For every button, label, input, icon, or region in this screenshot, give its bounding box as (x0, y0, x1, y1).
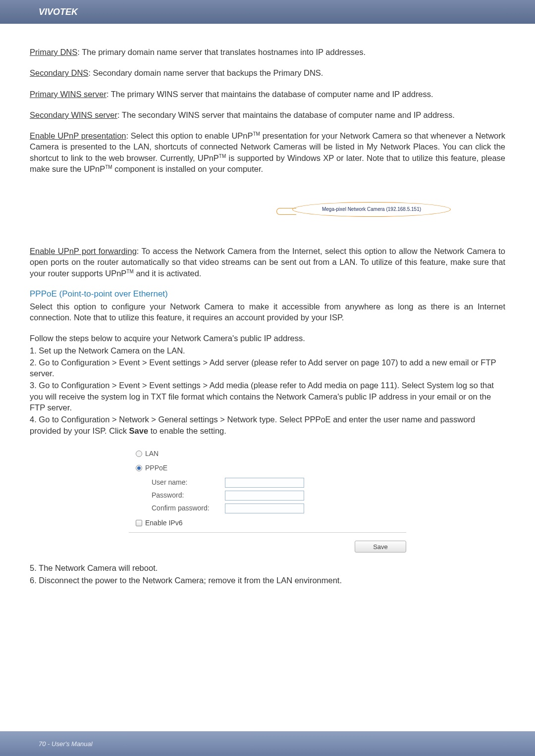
text: : The primary domain name server that tr… (77, 48, 366, 56)
step-6: 6. Disconnect the power to the Network C… (30, 575, 505, 586)
field-password-row: Password: (136, 491, 399, 501)
term-secondary-dns: Secondary DNS (30, 68, 88, 77)
text: 3. Go to Configuration > Event > Event s… (30, 381, 494, 412)
tm-mark: TM (126, 268, 133, 274)
confirm-label: Confirm password: (136, 504, 225, 513)
step-1: 1. Set up the Network Camera on the LAN. (30, 345, 505, 356)
text: : The primary WINS server that maintains… (107, 90, 433, 99)
username-input[interactable] (225, 478, 304, 488)
header-bar: VIVOTEK (0, 0, 535, 24)
steps-intro: Follow the steps below to acquire your N… (30, 333, 505, 344)
paragraph-pppoe-intro: Select this option to configure your Net… (30, 301, 505, 323)
brand-text: VIVOTEK (39, 7, 78, 17)
radio-lan-row[interactable]: LAN (136, 449, 399, 458)
section-title-pppoe: PPPoE (Point-to-point over Ethernet) (30, 289, 505, 300)
term-primary-wins: Primary WINS server (30, 90, 107, 99)
checkbox-ipv6-row[interactable]: Enable IPv6 (136, 518, 399, 528)
radio-lan-label: LAN (145, 449, 159, 458)
tm-mark: TM (253, 131, 260, 137)
term-upnp-port-forwarding: Enable UPnP port forwarding (30, 247, 137, 255)
confirm-password-input[interactable] (225, 504, 304, 513)
paragraph-primary-dns: Primary DNS: The primary domain name ser… (30, 47, 505, 57)
text: to enable the setting. (148, 426, 226, 435)
paragraph-secondary-wins: Secondary WINS server: The secondary WIN… (30, 109, 505, 120)
paragraph-upnp-port-forwarding: Enable UPnP port forwarding: To access t… (30, 246, 505, 279)
paragraph-upnp-presentation: Enable UPnP presentation: Select this op… (30, 130, 505, 174)
radio-pppoe-label: PPPoE (145, 463, 167, 473)
callout-ellipse: Mega-pixel Network Camera (192.168.5.151… (292, 202, 451, 217)
text: and it is activated. (134, 269, 202, 278)
term-primary-dns: Primary DNS (30, 48, 77, 56)
field-confirm-row: Confirm password: (136, 504, 399, 513)
footer-bar: 70 - User's Manual (0, 731, 535, 756)
ipv6-label: Enable IPv6 (145, 518, 183, 528)
password-label: Password: (136, 491, 225, 500)
password-input[interactable] (225, 491, 304, 501)
term-upnp-presentation: Enable UPnP presentation (30, 131, 126, 140)
radio-pppoe-row[interactable]: PPPoE (136, 463, 399, 473)
radio-pppoe[interactable] (136, 465, 142, 471)
save-word: Save (129, 426, 149, 435)
step-2: 2. Go to Configuration > Event > Event s… (30, 357, 505, 379)
step-4: 4. Go to Configuration > Network > Gener… (30, 414, 505, 436)
paragraph-primary-wins: Primary WINS server: The primary WINS se… (30, 89, 505, 100)
footer-text: 70 - User's Manual (39, 740, 93, 748)
radio-lan[interactable] (136, 451, 142, 457)
step-5: 5. The Network Camera will reboot. (30, 562, 505, 573)
text: : Secondary domain name server that back… (88, 68, 323, 77)
tm-mark: TM (105, 164, 112, 169)
field-username-row: User name: (136, 478, 399, 488)
text: component is installed on your computer. (112, 164, 264, 173)
page-content: Primary DNS: The primary domain name ser… (0, 24, 535, 597)
save-button[interactable]: Save (355, 541, 406, 553)
tm-mark: TM (219, 153, 226, 158)
text: : The secondary WINS server that maintai… (117, 110, 455, 119)
text: : Select this option to enable UPnP (126, 131, 253, 140)
callout-text: Mega-pixel Network Camera (192.168.5.151… (322, 206, 421, 213)
username-label: User name: (136, 478, 225, 487)
text: 4. Go to Configuration > Network > Gener… (30, 415, 475, 435)
pppoe-form: LAN PPPoE User name: Password: Confirm p… (129, 442, 406, 553)
paragraph-secondary-dns: Secondary DNS: Secondary domain name ser… (30, 67, 505, 78)
checkbox-ipv6[interactable] (136, 520, 142, 526)
step-3: 3. Go to Configuration > Event > Event s… (30, 380, 505, 413)
callout-illustration: Mega-pixel Network Camera (192.168.5.151… (218, 196, 505, 226)
text: 2. Go to Configuration > Event > Event s… (30, 358, 496, 378)
term-secondary-wins: Secondary WINS server (30, 110, 117, 119)
